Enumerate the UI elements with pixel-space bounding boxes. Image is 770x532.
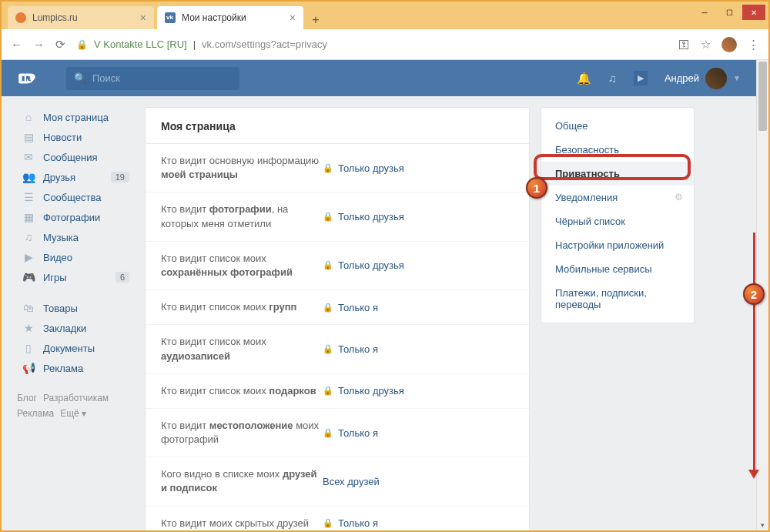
- footer-link[interactable]: Ещё ▾: [60, 408, 86, 419]
- sidebar-item[interactable]: 🛍Товары: [17, 298, 134, 318]
- play-icon[interactable]: ▶: [634, 71, 648, 85]
- setting-value-dropdown[interactable]: 🔒Только друзья: [323, 154, 404, 182]
- footer-link[interactable]: Реклама: [17, 408, 54, 419]
- annotation-arrow-line: [753, 233, 755, 471]
- sidebar-item[interactable]: ▶Видео: [17, 247, 134, 267]
- lock-icon: 🔒: [323, 428, 333, 438]
- setting-value-dropdown[interactable]: 🔒Только друзья: [323, 252, 404, 279]
- url-field[interactable]: 🔒 V Kontakte LLC [RU] | vk.com/settings?…: [76, 38, 668, 50]
- setting-label: Кто видит моих скрытых друзей: [161, 517, 323, 530]
- favicon-icon: [15, 12, 26, 23]
- setting-value-text: Всех друзей: [323, 476, 380, 487]
- settings-nav-item[interactable]: Настройки приложений: [541, 233, 694, 257]
- profile-avatar[interactable]: [721, 37, 737, 52]
- settings-nav-label: Общее: [555, 120, 588, 132]
- sidebar-item-label: Сообщества: [43, 192, 102, 203]
- setting-value-text: Только друзья: [338, 211, 404, 223]
- scroll-down-arrow-icon[interactable]: ▾: [757, 521, 768, 529]
- notifications-icon[interactable]: 🔔: [577, 72, 591, 85]
- lock-icon: 🔒: [323, 386, 333, 396]
- reload-button[interactable]: ⟳: [55, 38, 65, 52]
- music-icon[interactable]: ♫: [608, 72, 617, 85]
- sidebar-item[interactable]: ▤Новости: [17, 127, 134, 147]
- sidebar-item[interactable]: ▦Фотографии: [17, 207, 134, 227]
- sidebar-item-label: Товары: [43, 303, 78, 314]
- sidebar-item-label: Новости: [43, 132, 82, 143]
- scrollbar-thumb[interactable]: [758, 62, 767, 131]
- gear-icon[interactable]: ⚙: [675, 192, 683, 202]
- settings-nav-item[interactable]: Общее: [541, 114, 694, 138]
- user-menu[interactable]: Андрей ▼: [665, 68, 741, 89]
- sidebar-item[interactable]: ☰Сообщества: [17, 187, 134, 207]
- sidebar-item[interactable]: ✉Сообщения: [17, 147, 134, 167]
- close-tab-icon[interactable]: ×: [140, 12, 146, 24]
- dropdown-caret-icon: ▼: [733, 74, 741, 82]
- sidebar-badge: 19: [111, 172, 129, 182]
- setting-value-dropdown[interactable]: 🔒Только я: [323, 517, 378, 530]
- vk-logo-icon[interactable]: [17, 69, 45, 88]
- settings-nav-item[interactable]: Приватность: [541, 162, 694, 186]
- footer-link[interactable]: Блог: [17, 393, 37, 403]
- secure-label: V Kontakte LLC [RU]: [94, 38, 187, 50]
- star-icon[interactable]: ☆: [701, 38, 711, 52]
- setting-value-dropdown[interactable]: 🔒Только я: [323, 300, 378, 314]
- setting-label: Кто видит фотографии, на которых меня от…: [161, 202, 323, 230]
- new-tab-button[interactable]: +: [306, 11, 325, 29]
- setting-value-text: Только я: [338, 427, 378, 439]
- sidebar-item-label: Видео: [43, 252, 72, 263]
- setting-value-dropdown[interactable]: 🔒Только друзья: [323, 202, 404, 230]
- setting-row: Кто видит моих скрытых друзей🔒Только я: [146, 507, 529, 530]
- menu-icon[interactable]: ⋮: [748, 38, 759, 52]
- browser-tab-lumpics[interactable]: Lumpics.ru ×: [8, 6, 154, 29]
- sidebar-icon: 🛍: [22, 302, 35, 314]
- settings-nav-label: Уведомления: [555, 192, 618, 203]
- setting-value-text: Только друзья: [338, 162, 404, 174]
- forward-button[interactable]: →: [33, 38, 45, 51]
- sidebar-item[interactable]: 📢Реклама: [17, 358, 134, 378]
- sidebar-item[interactable]: ⌂Моя страница: [17, 107, 134, 127]
- window-controls: ─ ☐ ✕: [693, 5, 765, 20]
- sidebar-item[interactable]: ♫Музыка: [17, 227, 134, 247]
- sidebar-item-label: Реклама: [43, 363, 83, 374]
- settings-nav-item[interactable]: Платежи, подписки, переводы: [541, 281, 694, 316]
- settings-nav-item[interactable]: Мобильные сервисы: [541, 257, 694, 281]
- username: Андрей: [665, 72, 699, 84]
- settings-nav-item[interactable]: Безопасность: [541, 138, 694, 162]
- lock-icon: 🔒: [323, 260, 333, 270]
- key-icon[interactable]: ⚿: [678, 38, 690, 51]
- sidebar-item[interactable]: ▯Документы: [17, 338, 134, 358]
- viewport: 🔍 Поиск 🔔 ♫ ▶ Андрей ▼ ⌂Моя страница▤Нов…: [2, 60, 768, 530]
- section-title: Моя страница: [146, 108, 529, 144]
- lock-icon: 🔒: [323, 344, 333, 354]
- setting-value-text: Только друзья: [338, 259, 404, 271]
- lock-icon: 🔒: [76, 39, 88, 50]
- search-input[interactable]: 🔍 Поиск: [66, 67, 239, 90]
- sidebar-icon: ☰: [22, 191, 35, 203]
- addr-right: ⚿ ☆ ⋮: [678, 37, 759, 52]
- minimize-button[interactable]: ─: [693, 5, 716, 20]
- setting-value-dropdown[interactable]: 🔒Только я: [323, 335, 378, 363]
- content: ⌂Моя страница▤Новости✉Сообщения👥Друзья19…: [2, 96, 756, 530]
- close-window-button[interactable]: ✕: [742, 5, 765, 20]
- lock-icon: 🔒: [323, 303, 333, 313]
- footer-link[interactable]: Разработчикам: [43, 393, 109, 403]
- search-placeholder: Поиск: [92, 72, 120, 84]
- setting-value-dropdown[interactable]: 🔒Только я: [323, 419, 378, 447]
- sidebar-item[interactable]: ★Закладки: [17, 318, 134, 338]
- tab-title: Мои настройки: [182, 12, 246, 23]
- sidebar-item-label: Документы: [43, 343, 95, 354]
- settings-nav-item[interactable]: Чёрный список: [541, 209, 694, 233]
- maximize-button[interactable]: ☐: [718, 5, 741, 20]
- annotation-marker-2: 2: [743, 283, 765, 305]
- sidebar-item[interactable]: 👥Друзья19: [17, 167, 134, 187]
- close-tab-icon[interactable]: ×: [290, 12, 296, 24]
- setting-value-dropdown[interactable]: Всех друзей: [323, 467, 380, 495]
- setting-value-dropdown[interactable]: 🔒Только друзья: [323, 384, 404, 398]
- browser-tab-vk[interactable]: Мои настройки ×: [157, 6, 303, 29]
- sidebar-footer: БлогРазработчикамРекламаЕщё ▾: [17, 390, 134, 422]
- setting-value-text: Только я: [338, 302, 378, 313]
- setting-label: Кто видит список моих подарков: [161, 384, 323, 398]
- back-button[interactable]: ←: [11, 38, 22, 51]
- settings-nav-item[interactable]: Уведомления⚙: [541, 186, 694, 209]
- sidebar-item[interactable]: 🎮Игры6: [17, 267, 134, 287]
